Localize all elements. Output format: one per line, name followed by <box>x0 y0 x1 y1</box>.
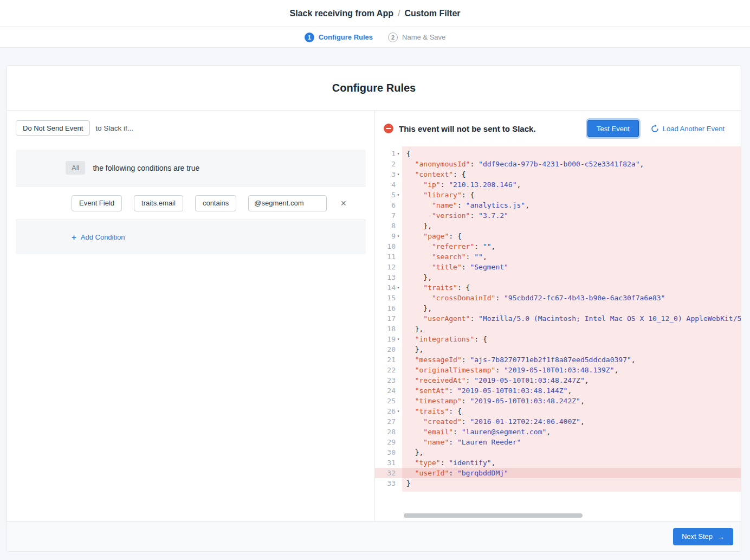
line-number: 17 <box>387 314 396 323</box>
gutter-line: 20 <box>375 344 402 355</box>
code-line[interactable]: }, <box>402 221 741 231</box>
code-line[interactable]: "receivedAt": "2019-05-10T01:03:48.247Z"… <box>402 375 741 385</box>
code-line[interactable]: }, <box>402 344 741 355</box>
gutter-line: 21 <box>375 355 402 365</box>
line-number: 15 <box>387 294 396 302</box>
horizontal-scrollbar[interactable] <box>404 513 583 518</box>
step-1-circle: 1 <box>305 33 314 42</box>
page-title: Configure Rules <box>332 82 416 94</box>
load-another-event-label: Load Another Event <box>663 125 725 133</box>
line-number: 27 <box>387 417 396 426</box>
gutter-line: 25 <box>375 396 402 406</box>
code-line[interactable]: "title": "Segment" <box>402 262 741 272</box>
code-line[interactable]: }, <box>402 447 741 458</box>
top-header: Slack receiving from App / Custom Filter <box>0 0 750 27</box>
code-line[interactable]: "userAgent": "Mozilla/5.0 (Macintosh; In… <box>402 313 741 324</box>
code-line[interactable]: "page": { <box>402 231 741 241</box>
code-line[interactable]: "traits": { <box>402 282 741 293</box>
code-editor-lines: { "anonymousId": "ddf9ecda-977b-4231-b00… <box>402 146 741 492</box>
code-line[interactable]: "crossDomainId": "95cbdd72-fc67-4b43-b90… <box>402 293 741 303</box>
load-another-event-link[interactable]: Load Another Event <box>651 125 725 133</box>
code-line[interactable]: "name": "analytics.js", <box>402 200 741 210</box>
gutter-line: 24 <box>375 385 402 396</box>
fold-arrow-icon[interactable]: ▾ <box>396 190 401 200</box>
add-condition-label: Add Condition <box>81 233 125 241</box>
line-number: 30 <box>387 448 396 456</box>
code-line[interactable]: "version": "3.7.2" <box>402 210 741 221</box>
code-line[interactable]: }, <box>402 303 741 313</box>
event-preview-panel: This event will not be sent to Slack. Te… <box>375 111 741 521</box>
code-line[interactable]: "name": "Lauren Reeder" <box>402 437 741 447</box>
code-line[interactable]: "library": { <box>402 190 741 200</box>
code-line[interactable]: "context": { <box>402 169 741 179</box>
next-step-label: Next Step <box>682 532 713 540</box>
condition-field-type-button[interactable]: Event Field <box>72 195 122 211</box>
test-event-button[interactable]: Test Event <box>587 120 639 137</box>
line-number: 23 <box>387 376 396 384</box>
code-line[interactable]: "messageId": "ajs-7b8270771eb2f1f8a87eed… <box>402 355 741 365</box>
code-line[interactable]: "email": "lauren@segment.com", <box>402 427 741 437</box>
fold-arrow-icon[interactable]: ▾ <box>396 169 401 179</box>
add-condition-row: + Add Condition <box>16 220 366 254</box>
gutter-line: 31 <box>375 458 402 468</box>
code-line[interactable]: { <box>402 149 741 159</box>
code-line[interactable]: "integrations": { <box>402 334 741 344</box>
gutter-line: 18 <box>375 324 402 334</box>
gutter-line: 1▾ <box>375 149 402 159</box>
code-line[interactable]: }, <box>402 272 741 282</box>
fold-arrow-icon[interactable]: ▾ <box>396 406 401 416</box>
gutter-line: 13 <box>375 272 402 282</box>
line-number: 20 <box>387 345 396 353</box>
line-number: 10 <box>387 242 396 250</box>
gutter-line: 27 <box>375 416 402 427</box>
do-not-send-event-button[interactable]: Do Not Send Event <box>16 120 90 136</box>
code-line[interactable]: "userId": "bgrqbddDMj" <box>402 468 741 478</box>
gutter-line: 3▾ <box>375 169 402 179</box>
line-number: 4 <box>391 181 396 189</box>
code-line[interactable]: "created": "2016-01-12T02:24:06.400Z", <box>402 416 741 427</box>
refresh-icon <box>651 125 659 133</box>
code-line[interactable]: }, <box>402 324 741 334</box>
step-2-label: Name & Save <box>402 33 445 41</box>
step-configure-rules[interactable]: 1 Configure Rules <box>305 33 373 42</box>
fold-arrow-icon[interactable]: ▾ <box>396 149 401 159</box>
fold-arrow-icon[interactable]: ▾ <box>396 231 401 241</box>
preview-status-row: This event will not be sent to Slack. Te… <box>375 111 741 146</box>
line-number: 31 <box>387 459 396 467</box>
gutter-line: 7 <box>375 210 402 221</box>
next-step-button[interactable]: Next Step → <box>673 528 733 545</box>
breadcrumb-source[interactable]: Slack receiving from App <box>289 9 393 18</box>
step-name-and-save[interactable]: 2 Name & Save <box>388 33 445 42</box>
code-line[interactable]: "type": "identify", <box>402 458 741 468</box>
filter-action-row: Do Not Send Event to Slack if... <box>7 111 374 143</box>
gutter-line: 17 <box>375 313 402 324</box>
code-line[interactable]: "search": "", <box>402 252 741 262</box>
code-line[interactable]: "referrer": "", <box>402 241 741 252</box>
line-number: 29 <box>387 438 396 446</box>
scope-all-badge[interactable]: All <box>66 161 85 175</box>
line-number: 19 <box>387 335 396 343</box>
condition-operator-button[interactable]: contains <box>195 195 236 211</box>
gutter-line: 5▾ <box>375 190 402 200</box>
code-line[interactable]: "originalTimestamp": "2019-05-10T01:03:4… <box>402 365 741 375</box>
fold-arrow-icon[interactable]: ▾ <box>396 282 401 293</box>
code-line[interactable]: "anonymousId": "ddf9ecda-977b-4231-b000-… <box>402 159 741 169</box>
code-line[interactable]: } <box>402 478 741 488</box>
line-number: 9 <box>391 232 396 240</box>
json-code-editor: 1▾23▾45▾6789▾1011121314▾1516171819▾20212… <box>375 146 741 521</box>
line-number: 13 <box>387 273 396 281</box>
add-condition-button[interactable]: + Add Condition <box>72 233 125 241</box>
gutter-line: 15 <box>375 293 402 303</box>
remove-condition-icon[interactable]: × <box>340 198 346 208</box>
code-line[interactable]: "sentAt": "2019-05-10T01:03:48.144Z", <box>402 385 741 396</box>
preview-status-text: This event will not be sent to Slack. <box>399 124 536 133</box>
condition-value-input[interactable] <box>248 195 327 211</box>
code-line[interactable]: "traits": { <box>402 406 741 416</box>
code-line[interactable]: "ip": "210.13.208.146", <box>402 179 741 190</box>
fold-arrow-icon[interactable]: ▾ <box>396 334 401 344</box>
code-line[interactable]: "timestamp": "2019-05-10T01:03:48.242Z", <box>402 396 741 406</box>
line-number: 26 <box>387 407 396 415</box>
scope-description: the following conditions are true <box>93 164 199 172</box>
line-number: 5 <box>391 191 396 199</box>
condition-property-button[interactable]: traits.email <box>134 195 183 211</box>
